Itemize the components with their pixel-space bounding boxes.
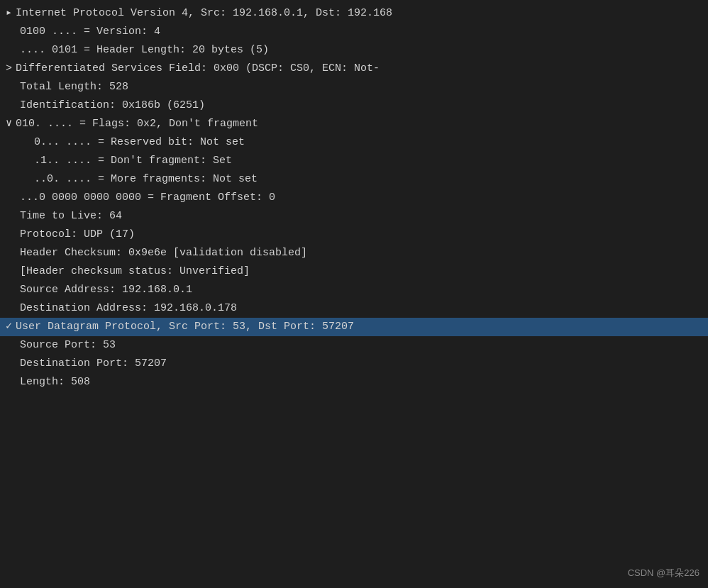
packet-line-fragment-offset[interactable]: ...0 0000 0000 0000 = Fragment Offset: 0 — [0, 189, 708, 207]
watermark: CSDN @耳朵226 — [628, 566, 699, 581]
packet-line-dst-address[interactable]: Destination Address: 192.168.0.178 — [0, 299, 708, 318]
line-text-src-port: Source Port: 53 — [20, 339, 116, 351]
packet-line-version[interactable]: 0100 .... = Version: 4 — [0, 23, 708, 41]
packet-line-protocol[interactable]: Protocol: UDP (17) — [0, 226, 708, 244]
expand-icon-ipv4-header: ▸ — [6, 5, 16, 22]
packet-detail-panel: ▸ Internet Protocol Version 4, Src: 192.… — [0, 0, 708, 588]
packet-line-src-address[interactable]: Source Address: 192.168.0.1 — [0, 281, 708, 299]
line-text-src-address: Source Address: 192.168.0.1 — [20, 284, 192, 296]
line-text-flags: 010. .... = Flags: 0x2, Don't fragment — [16, 118, 258, 130]
line-text-header-length: .... 0101 = Header Length: 20 bytes (5) — [20, 44, 269, 56]
line-text-dst-address: Destination Address: 192.168.0.178 — [20, 302, 237, 314]
packet-line-checksum-status[interactable]: [Header checksum status: Unverified] — [0, 262, 708, 281]
line-text-dont-fragment: .1.. .... = Don't fragment: Set — [34, 155, 232, 167]
line-text-total-length: Total Length: 528 — [20, 81, 128, 93]
line-text-udp-length: Length: 508 — [20, 376, 90, 388]
packet-line-src-port[interactable]: Source Port: 53 — [0, 336, 708, 355]
expand-icon-udp-header: ✓ — [6, 318, 16, 335]
expand-icon-flags: ∨ — [6, 116, 16, 133]
line-text-ipv4-header: Internet Protocol Version 4, Src: 192.16… — [16, 7, 392, 19]
expand-icon-dscp: > — [6, 60, 16, 77]
line-text-reserved-bit: 0... .... = Reserved bit: Not set — [34, 136, 245, 148]
line-text-version: 0100 .... = Version: 4 — [20, 26, 160, 38]
packet-line-dscp[interactable]: > Differentiated Services Field: 0x00 (D… — [0, 60, 708, 78]
line-text-more-fragments: ..0. .... = More fragments: Not set — [34, 173, 258, 185]
line-text-checksum: Header Checksum: 0x9e6e [validation disa… — [20, 247, 307, 259]
packet-line-flags[interactable]: ∨ 010. .... = Flags: 0x2, Don't fragment — [0, 115, 708, 133]
line-text-checksum-status: [Header checksum status: Unverified] — [20, 265, 250, 277]
packet-line-ipv4-header[interactable]: ▸ Internet Protocol Version 4, Src: 192.… — [0, 4, 708, 23]
packet-line-dont-fragment[interactable]: .1.. .... = Don't fragment: Set — [0, 152, 708, 170]
packet-line-header-length[interactable]: .... 0101 = Header Length: 20 bytes (5) — [0, 41, 708, 60]
line-text-ttl: Time to Live: 64 — [20, 210, 122, 222]
line-text-fragment-offset: ...0 0000 0000 0000 = Fragment Offset: 0 — [20, 192, 275, 204]
line-text-protocol: Protocol: UDP (17) — [20, 228, 135, 240]
line-text-identification: Identification: 0x186b (6251) — [20, 99, 205, 111]
packet-line-reserved-bit[interactable]: 0... .... = Reserved bit: Not set — [0, 133, 708, 152]
packet-line-more-fragments[interactable]: ..0. .... = More fragments: Not set — [0, 170, 708, 189]
packet-line-udp-length[interactable]: Length: 508 — [0, 373, 708, 392]
packet-line-dst-port[interactable]: Destination Port: 57207 — [0, 355, 708, 373]
packet-line-udp-header[interactable]: ✓ User Datagram Protocol, Src Port: 53, … — [0, 318, 708, 336]
packet-line-identification[interactable]: Identification: 0x186b (6251) — [0, 96, 708, 115]
line-text-dscp: Differentiated Services Field: 0x00 (DSC… — [16, 62, 380, 74]
packet-line-total-length[interactable]: Total Length: 528 — [0, 78, 708, 96]
line-text-udp-header: User Datagram Protocol, Src Port: 53, Ds… — [16, 321, 354, 333]
line-text-dst-port: Destination Port: 57207 — [20, 357, 167, 370]
packet-line-ttl[interactable]: Time to Live: 64 — [0, 207, 708, 226]
packet-line-checksum[interactable]: Header Checksum: 0x9e6e [validation disa… — [0, 244, 708, 262]
